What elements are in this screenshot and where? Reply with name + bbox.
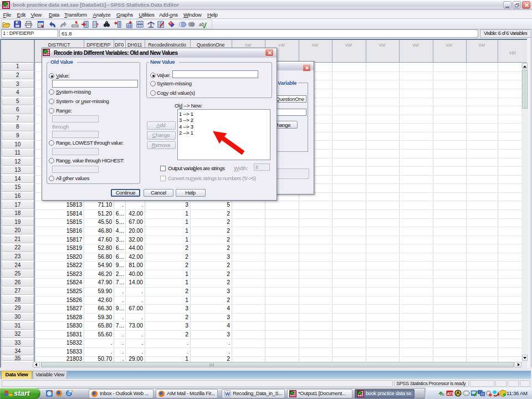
svg-text:?: ? xyxy=(95,22,99,28)
svg-text:W: W xyxy=(225,391,230,397)
svg-text:ATI: ATI xyxy=(447,391,453,396)
